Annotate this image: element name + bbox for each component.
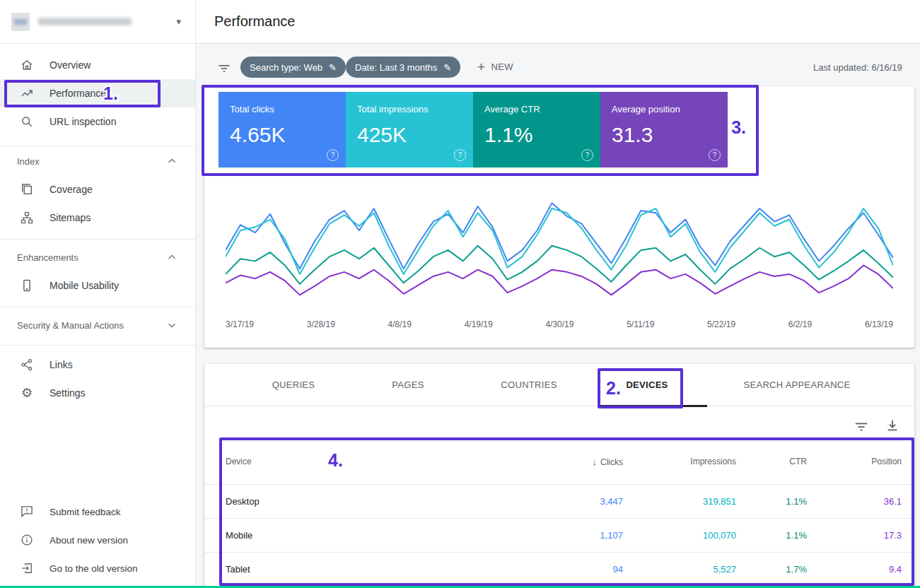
metric-value: 425K [357, 123, 462, 147]
main-header: Performance [196, 0, 920, 44]
tab-queries[interactable]: QUERIES [272, 364, 315, 406]
sidebar-item-label: Links [50, 359, 73, 370]
chevron-down-icon [165, 319, 178, 331]
metric-value: 31.3 [612, 123, 716, 147]
device-cell[interactable]: Desktop [204, 496, 501, 507]
help-icon[interactable]: ? [454, 149, 466, 161]
x-tick: 3/17/19 [226, 319, 254, 329]
new-label: NEW [491, 61, 514, 72]
total-clicks-card[interactable]: Total clicks 4.65K ? [219, 92, 346, 167]
metric-label: Average CTR [484, 104, 589, 114]
sidebar-item-coverage[interactable]: Coverage [0, 175, 195, 204]
sidebar-item-performance[interactable]: Performance [0, 79, 195, 107]
trending-up-icon [20, 86, 34, 100]
average-position-card[interactable]: Average position 31.3 ? [600, 92, 728, 167]
column-header-impressions[interactable]: Impressions [636, 457, 749, 466]
active-tab-indicator [598, 405, 707, 407]
column-header-clicks[interactable]: ↓Clicks [501, 457, 636, 467]
metric-value: 1.1% [484, 123, 589, 147]
divider [0, 239, 195, 240]
tab-pages[interactable]: PAGES [392, 364, 424, 406]
edit-pencil-icon[interactable]: ✎ [443, 62, 451, 73]
column-header-ctr[interactable]: CTR [749, 457, 820, 466]
impressions-cell: 319,851 [636, 496, 749, 507]
tab-countries[interactable]: COUNTRIES [501, 364, 557, 406]
table-row-mobile: Mobile 1,107 100,070 1.1% 17.3 [204, 518, 914, 552]
position-cell: 36.1 [820, 496, 914, 507]
sidebar-item-mobile-usability[interactable]: Mobile Usability [0, 271, 195, 300]
table-header-row: Device ↓Clicks Impressions CTR Position [204, 439, 914, 484]
section-label: Security & Manual Actions [17, 320, 124, 331]
date-range-chip[interactable]: Date: Last 3 months ✎ [346, 57, 460, 78]
tab-search-appearance[interactable]: SEARCH APPEARANCE [743, 364, 850, 406]
metric-label: Total impressions [357, 104, 462, 114]
chip-label: Search type: Web [250, 62, 322, 73]
chevron-up-icon [165, 155, 178, 167]
gear-icon: ⚙ [20, 386, 34, 400]
exit-icon [20, 561, 34, 575]
help-icon[interactable]: ? [709, 149, 721, 161]
metric-value: 4.65K [230, 123, 334, 147]
sidebar-item-links[interactable]: Links [0, 351, 195, 379]
property-logo [11, 13, 30, 31]
sidebar-item-label: Mobile Usability [50, 280, 119, 291]
device-cell[interactable]: Mobile [204, 530, 501, 541]
sidebar-item-sitemaps[interactable]: Sitemaps [0, 204, 195, 232]
sidebar: ▾ Overview Performance URL inspection In… [0, 0, 196, 588]
help-icon[interactable]: ? [327, 149, 339, 161]
device-cell[interactable]: Tablet [204, 564, 501, 575]
chart-x-axis: 3/17/19 3/28/19 4/8/19 4/19/19 4/30/19 5… [226, 319, 893, 329]
main-content: Search type: Web ✎ Date: Last 3 months ✎… [196, 44, 920, 588]
table-row-tablet: Tablet 94 5,527 1.7% 9.4 [204, 552, 914, 586]
metric-label: Average position [612, 104, 716, 114]
total-impressions-card[interactable]: Total impressions 425K ? [346, 92, 473, 167]
section-label: Index [17, 156, 40, 167]
x-tick: 4/19/19 [465, 319, 493, 329]
column-header-device[interactable]: Device [204, 457, 501, 466]
chevron-down-icon: ▾ [176, 16, 181, 27]
x-tick: 6/13/19 [865, 319, 893, 329]
home-icon [20, 58, 34, 72]
x-tick: 4/8/19 [388, 319, 412, 329]
section-enhancements[interactable]: Enhancements [0, 243, 195, 271]
average-ctr-card[interactable]: Average CTR 1.1% ? [473, 92, 600, 167]
section-security-manual-actions[interactable]: Security & Manual Actions [0, 311, 195, 339]
sidebar-item-label: URL inspection [50, 116, 116, 127]
sitemap-tree-icon [20, 211, 34, 225]
search-type-chip[interactable]: Search type: Web ✎ [240, 57, 346, 78]
sidebar-item-about-new-version[interactable]: About new version [0, 526, 195, 554]
new-filter-button[interactable]: + NEW [477, 60, 513, 74]
section-label: Enhancements [17, 252, 78, 263]
sidebar-item-label: Go to the old version [50, 563, 138, 574]
divider [0, 307, 195, 307]
page-title: Performance [214, 13, 296, 30]
x-tick: 4/30/19 [545, 319, 573, 329]
performance-line-chart[interactable] [226, 191, 893, 312]
edit-pencil-icon[interactable]: ✎ [329, 62, 337, 73]
sidebar-item-settings[interactable]: ⚙ Settings [0, 379, 195, 407]
property-url-redacted [38, 18, 132, 25]
help-icon[interactable]: ? [581, 149, 593, 161]
table-filter-icon[interactable] [854, 419, 869, 435]
download-icon[interactable] [885, 418, 900, 433]
sidebar-item-label: Settings [50, 387, 86, 399]
column-header-position[interactable]: Position [820, 457, 914, 466]
sidebar-item-url-inspection[interactable]: URL inspection [0, 107, 195, 136]
tabs-divider [204, 406, 914, 406]
sidebar-item-overview[interactable]: Overview [0, 51, 195, 79]
sidebar-item-label: Submit feedback [50, 507, 121, 517]
x-tick: 5/11/19 [627, 319, 654, 329]
section-index[interactable]: Index [0, 147, 195, 175]
sidebar-item-old-version[interactable]: Go to the old version [0, 554, 195, 582]
impressions-cell: 5,527 [636, 564, 749, 575]
search-icon [20, 114, 34, 129]
ctr-cell: 1.1% [749, 496, 820, 507]
sidebar-item-submit-feedback[interactable]: Submit feedback [0, 498, 195, 526]
sidebar-item-label: Sitemaps [50, 212, 91, 223]
feedback-icon [20, 505, 34, 519]
filter-icon[interactable] [217, 61, 231, 76]
tab-devices[interactable]: DEVICES [626, 364, 668, 406]
metric-cards-row: Total clicks 4.65K ? Total impressions 4… [219, 92, 728, 167]
sort-desc-icon: ↓ [593, 457, 598, 467]
property-selector[interactable]: ▾ [0, 0, 195, 44]
